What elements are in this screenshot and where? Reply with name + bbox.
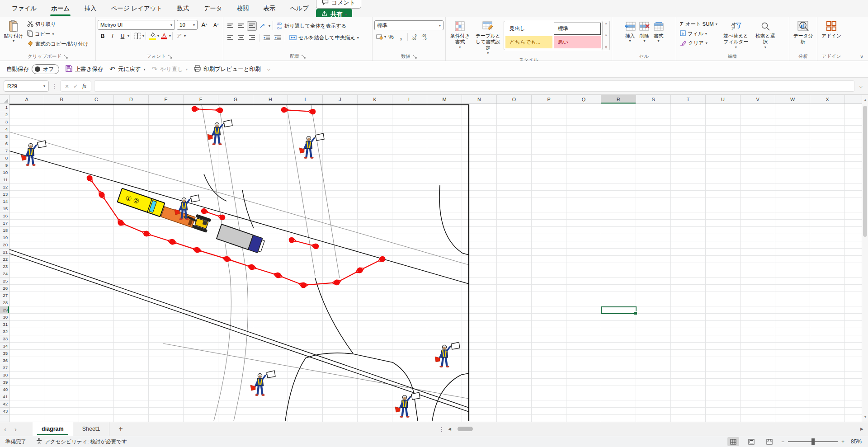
format-as-table-button[interactable]: テーブルとして書式設定 ▾ [473, 19, 503, 57]
tab-help[interactable]: ヘルプ [283, 0, 316, 17]
column-header-M[interactable]: M [427, 95, 462, 104]
find-select-button[interactable]: 検索と選択 ▾ [753, 19, 778, 51]
row-header-21[interactable]: 21 [0, 249, 9, 256]
formula-input[interactable] [94, 80, 854, 92]
column-header-Q[interactable]: Q [566, 95, 601, 104]
data-analysis-button[interactable]: データ分析 [791, 19, 815, 47]
tab-page-layout[interactable]: ページ レイアウト [104, 0, 170, 17]
increase-decimal-button[interactable]: ←0.00 [409, 32, 419, 42]
vertical-scroll-thumb[interactable] [863, 106, 867, 237]
row-header-29[interactable]: 29 [0, 306, 9, 314]
row-header-19[interactable]: 19 [0, 234, 9, 241]
print-preview-button[interactable]: 印刷プレビューと印刷 [194, 65, 260, 73]
gallery-up-icon[interactable]: ˄ [605, 22, 607, 26]
decrease-indent-button[interactable] [262, 33, 272, 42]
row-header-33[interactable]: 33 [0, 335, 9, 343]
conditional-formatting-button[interactable]: 条件付き書式 ▾ [448, 19, 472, 51]
column-header-B[interactable]: B [44, 95, 79, 104]
column-header-A[interactable]: A [9, 95, 44, 104]
row-header-28[interactable]: 28 [0, 299, 9, 306]
cut-button[interactable]: 切り取り [25, 20, 90, 28]
row-header-17[interactable]: 17 [0, 220, 9, 227]
vertical-scrollbar[interactable]: ▴ ▾ [862, 95, 868, 422]
number-format-select[interactable]: 標準▾ [374, 20, 443, 30]
bold-button[interactable]: B [98, 31, 108, 41]
sheet-tab-sheet1[interactable]: Sheet1 [73, 422, 110, 436]
merge-center-button[interactable]: セルを結合して中央揃え ▾ [288, 33, 361, 42]
row-header-14[interactable]: 14 [0, 198, 9, 205]
dialog-launcher-icon[interactable] [64, 55, 68, 59]
row-header-23[interactable]: 23 [0, 263, 9, 270]
save-button[interactable]: 上書き保存 [66, 65, 104, 73]
zoom-out-icon[interactable]: − [782, 439, 785, 444]
column-header-H[interactable]: H [253, 95, 288, 104]
row-header-12[interactable]: 12 [0, 184, 9, 191]
zoom-level[interactable]: 85% [851, 438, 862, 445]
orientation-button[interactable] [258, 21, 268, 31]
dialog-launcher-icon[interactable] [302, 55, 306, 59]
tab-data[interactable]: データ [196, 0, 229, 17]
accounting-format-button[interactable] [374, 32, 384, 42]
cancel-icon[interactable]: × [65, 83, 69, 90]
align-bottom-button[interactable] [247, 21, 257, 31]
addins-button[interactable]: アドイン [821, 19, 842, 40]
row-header-30[interactable]: 30 [0, 314, 9, 321]
tab-review[interactable]: 校閲 [230, 0, 256, 17]
row-header-4[interactable]: 4 [0, 126, 9, 133]
row-header-6[interactable]: 6 [0, 140, 9, 147]
zoom-slider[interactable]: − + [782, 439, 844, 444]
row-header-36[interactable]: 36 [0, 357, 9, 364]
column-header-T[interactable]: T [671, 95, 706, 104]
row-header-5[interactable]: 5 [0, 133, 9, 140]
align-top-button[interactable] [225, 21, 235, 31]
chevron-down-icon[interactable]: ▾ [127, 34, 129, 38]
row-header-34[interactable]: 34 [0, 343, 9, 350]
style-bad[interactable]: 悪い [554, 36, 601, 48]
column-header-G[interactable]: G [218, 95, 253, 104]
dialog-launcher-icon[interactable] [168, 55, 172, 59]
fill-color-button[interactable] [147, 31, 157, 41]
page-layout-view-button[interactable] [745, 437, 757, 446]
row-header-11[interactable]: 11 [0, 176, 9, 184]
italic-button[interactable]: I [108, 31, 118, 41]
qat-customize-icon[interactable]: ⌵ [267, 66, 271, 72]
paste-button[interactable]: 貼り付け ▾ [2, 19, 25, 45]
row-header-3[interactable]: 3 [0, 118, 9, 126]
column-header-I[interactable]: I [288, 95, 323, 104]
row-header-39[interactable]: 39 [0, 379, 9, 386]
row-header-26[interactable]: 26 [0, 285, 9, 292]
row-header-43[interactable]: 43 [0, 408, 9, 415]
zoom-in-icon[interactable]: + [841, 439, 844, 444]
phonetic-button[interactable]: ア [174, 31, 184, 41]
chevron-down-icon[interactable]: ▾ [184, 34, 186, 38]
chevron-down-icon[interactable]: ▾ [269, 24, 270, 28]
align-center-button[interactable] [236, 33, 246, 42]
collapse-ribbon-icon[interactable]: ∨ [860, 54, 863, 60]
row-header-24[interactable]: 24 [0, 270, 9, 278]
row-header-10[interactable]: 10 [0, 169, 9, 176]
gallery-down-icon[interactable]: ˅ [605, 33, 607, 38]
row-header-37[interactable]: 37 [0, 364, 9, 372]
select-all-corner[interactable] [0, 95, 9, 104]
decrease-font-button[interactable]: A˅ [211, 20, 221, 29]
row-header-35[interactable]: 35 [0, 350, 9, 357]
redo-button[interactable]: ↷ やり直し ▾ [152, 65, 188, 73]
row-header-13[interactable]: 13 [0, 191, 9, 198]
insert-cells-button[interactable]: 挿入 ▾ [624, 19, 637, 45]
increase-indent-button[interactable] [273, 33, 283, 42]
column-header-K[interactable]: K [358, 95, 392, 104]
row-header-32[interactable]: 32 [0, 328, 9, 335]
chevron-down-icon[interactable]: ▾ [142, 34, 144, 38]
page-break-view-button[interactable] [764, 437, 775, 446]
column-header-L[interactable]: L [392, 95, 427, 104]
accessibility-status[interactable]: アクセシビリティ: 検討が必要です [36, 438, 127, 445]
autosave-toggle[interactable]: 自動保存 オフ [6, 64, 59, 74]
column-header-U[interactable]: U [706, 95, 741, 104]
wrap-text-button[interactable]: abc↵ 折り返して全体を表示する [275, 20, 348, 31]
column-header-E[interactable]: E [149, 95, 184, 104]
column-header-R[interactable]: R [601, 95, 636, 104]
font-size-select[interactable]: 10▾ [177, 20, 198, 30]
tab-home[interactable]: ホーム [44, 0, 77, 17]
horizontal-scrollbar[interactable] [455, 427, 857, 431]
column-header-C[interactable]: C [79, 95, 114, 104]
